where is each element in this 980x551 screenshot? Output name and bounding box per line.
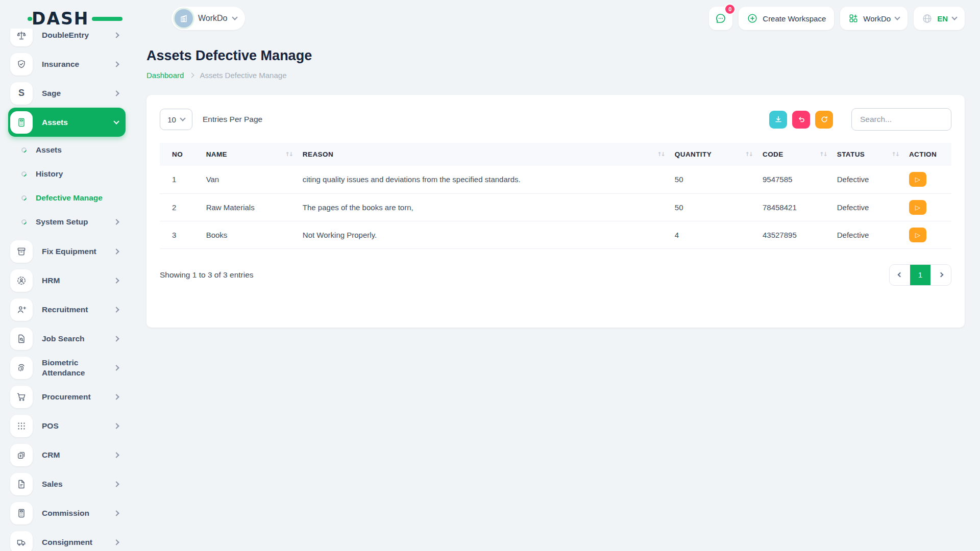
workspace-selector[interactable]: WorkDo	[172, 7, 245, 30]
breadcrumb-separator-icon	[189, 73, 194, 78]
entries-per-page-value: 10	[167, 115, 176, 124]
sidebar-assets-submenu: Assets History Defective Manage System S…	[8, 137, 126, 237]
chevron-right-icon	[113, 219, 119, 224]
chevron-down-icon	[951, 14, 957, 20]
column-header-name-sortable[interactable]: NAME↑↓	[201, 143, 298, 166]
column-header-status-sortable[interactable]: STATUS↑↓	[832, 143, 904, 166]
entries-per-page-select[interactable]: 10	[160, 109, 192, 130]
topbar: DASH WorkDo 0	[0, 0, 980, 37]
sidebar-item-doubleentry[interactable]: DoubleEntry	[8, 29, 126, 49]
chevron-right-icon	[113, 32, 119, 38]
pagination-page-1[interactable]: 1	[910, 265, 930, 285]
row-action-button[interactable]: ▷	[909, 228, 926, 242]
entries-per-page-label: Entries Per Page	[203, 115, 262, 124]
sidebar-item-hrm[interactable]: HRM	[8, 266, 126, 295]
chevron-right-icon	[113, 307, 119, 312]
person-plus-icon	[10, 298, 33, 321]
messages-count-badge: 0	[724, 4, 736, 15]
sidebar-item-crm[interactable]: CRM	[8, 440, 126, 469]
sidebar-item-label: Recruitment	[42, 305, 88, 314]
column-header-reason-sortable[interactable]: REASON↑↓	[298, 143, 670, 166]
workspace-menu-button[interactable]: WorkDo	[840, 7, 908, 30]
sidebar-subitem-history[interactable]: History	[8, 162, 126, 186]
app-logo[interactable]: DASH	[32, 8, 108, 29]
sidebar-item-label: Procurement	[42, 392, 91, 402]
export-download-button[interactable]	[769, 111, 787, 129]
column-header-quantity-sortable[interactable]: QUANTITY↑↓	[670, 143, 757, 166]
cell-name: Books	[201, 221, 298, 248]
main-content: Assets Defective Manage Dashboard Assets…	[146, 37, 965, 328]
scale-icon	[10, 29, 33, 46]
chevron-right-icon	[113, 336, 119, 341]
sidebar-item-label: Sage	[42, 88, 61, 98]
sidebar-subitem-assets[interactable]: Assets	[8, 138, 126, 162]
create-workspace-button[interactable]: Create Workspace	[739, 7, 834, 30]
messages-button[interactable]: 0	[709, 7, 732, 30]
sidebar-item-label: POS	[42, 421, 59, 431]
copy-plus-icon	[10, 444, 33, 466]
undo-back-button[interactable]	[792, 111, 810, 129]
bullet-icon	[20, 170, 28, 177]
shield-check-icon	[10, 53, 33, 76]
calculator-icon	[10, 502, 33, 524]
sidebar-subitem-defective-manage[interactable]: Defective Manage	[8, 186, 126, 210]
sidebar-item-sales[interactable]: Sales	[8, 469, 126, 498]
plus-circle-icon	[747, 13, 758, 24]
table-header-row: NO NAME↑↓ REASON↑↓ QUANTITY↑↓ CODE↑↓ STA…	[160, 143, 951, 166]
sort-icon[interactable]: ↑↓	[657, 151, 664, 158]
bullet-icon	[20, 218, 28, 225]
sage-s-icon: S	[10, 82, 33, 105]
sidebar-item-label: Commission	[42, 508, 89, 518]
shopping-cart-icon	[10, 386, 33, 408]
sort-icon[interactable]: ↑↓	[285, 151, 292, 158]
sidebar-subitem-label: System Setup	[36, 217, 88, 227]
sort-icon[interactable]: ↑↓	[819, 151, 826, 158]
sidebar-item-fix-equipment[interactable]: Fix Equipment	[8, 237, 126, 266]
sidebar-item-job-search[interactable]: Job Search	[8, 324, 126, 353]
chevron-right-icon	[113, 423, 119, 429]
chevron-right-icon	[113, 510, 119, 516]
sidebar-item-label: Consignment	[42, 537, 92, 547]
fingerprint-icon	[10, 357, 33, 379]
sidebar-item-label: Job Search	[42, 334, 85, 343]
sidebar-item-label: Fix Equipment	[42, 246, 96, 256]
row-action-button[interactable]: ▷	[909, 200, 926, 215]
sort-icon[interactable]: ↑↓	[745, 151, 752, 158]
create-workspace-label: Create Workspace	[763, 14, 826, 23]
cell-reason: citing quality issues and deviations fro…	[298, 166, 670, 193]
sidebar-subitem-label: History	[36, 169, 63, 179]
sidebar-item-biometric-attendance[interactable]: Biometric Attendance	[8, 353, 126, 382]
refresh-button[interactable]	[815, 111, 833, 129]
sort-icon[interactable]: ↑↓	[891, 151, 898, 158]
chevron-down-icon	[113, 118, 119, 124]
sidebar-item-commission[interactable]: Commission	[8, 498, 126, 528]
sidebar-subitem-label: Defective Manage	[36, 193, 103, 203]
sidebar-item-sage[interactable]: S Sage	[8, 79, 126, 108]
chevron-right-icon	[113, 394, 119, 399]
pagination-next-button[interactable]	[930, 265, 951, 285]
cell-code: 9547585	[757, 166, 832, 193]
sidebar-item-procurement[interactable]: Procurement	[8, 382, 126, 411]
breadcrumb-dashboard-link[interactable]: Dashboard	[146, 71, 184, 80]
row-action-button[interactable]: ▷	[909, 172, 926, 187]
sidebar-subitem-system-setup[interactable]: System Setup	[8, 210, 126, 234]
sidebar-item-assets[interactable]: Assets	[8, 108, 126, 137]
pagination-prev-button[interactable]	[890, 265, 910, 285]
sidebar-item-consignment[interactable]: Consignment	[8, 528, 126, 551]
workspace-avatar	[175, 9, 193, 28]
breadcrumb-current: Assets Defective Manage	[200, 71, 286, 80]
table-footer: Showing 1 to 3 of 3 entries 1	[160, 264, 951, 286]
language-selector[interactable]: EN	[914, 7, 965, 30]
sidebar-item-recruitment[interactable]: Recruitment	[8, 295, 126, 324]
sidebar-item-label: Assets	[42, 117, 68, 127]
cell-no: 3	[160, 221, 201, 248]
column-header-code-sortable[interactable]: CODE↑↓	[757, 143, 832, 166]
page-title: Assets Defective Manage	[146, 48, 965, 64]
sidebar-subitem-label: Assets	[36, 145, 62, 155]
column-header-no: NO	[172, 151, 183, 158]
sidebar-item-pos[interactable]: POS	[8, 411, 126, 440]
sidebar-item-insurance[interactable]: Insurance	[8, 49, 126, 79]
search-input[interactable]	[851, 108, 951, 131]
caret-right-icon: ▷	[915, 231, 920, 239]
cell-quantity: 50	[670, 166, 757, 193]
